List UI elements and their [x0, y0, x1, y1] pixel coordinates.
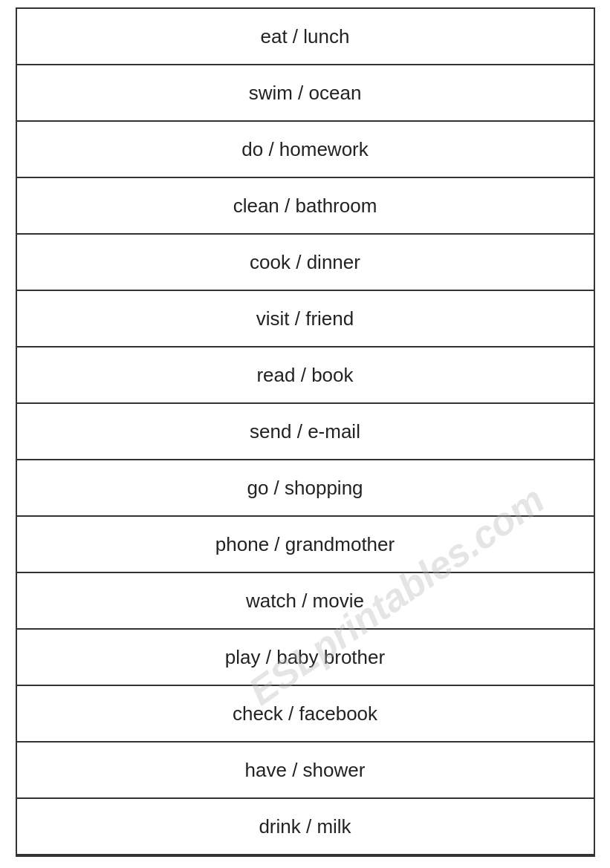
item-text: cook / dinner — [250, 251, 360, 274]
list-item: go / shopping — [17, 460, 594, 517]
item-text: drink / milk — [259, 815, 351, 838]
item-text: do / homework — [241, 138, 369, 161]
card-container: eat / lunchswim / oceando / homeworkclea… — [16, 7, 595, 857]
item-text: phone / grandmother — [215, 533, 395, 556]
list-item: eat / lunch — [17, 9, 594, 65]
list-item: phone / grandmother — [17, 517, 594, 573]
list-item: watch / movie — [17, 573, 594, 630]
item-text: swim / ocean — [249, 82, 362, 105]
item-text: clean / bathroom — [233, 195, 377, 218]
list-item: cook / dinner — [17, 235, 594, 291]
item-text: visit / friend — [256, 307, 354, 330]
list-item: send / e-mail — [17, 404, 594, 460]
item-text: watch / movie — [246, 590, 364, 613]
list-item: play / baby brother — [17, 630, 594, 686]
item-text: have / shower — [245, 759, 366, 782]
list-item: do / homework — [17, 122, 594, 178]
item-text: send / e-mail — [250, 420, 360, 443]
list-item: read / book — [17, 347, 594, 404]
item-text: go / shopping — [247, 477, 363, 500]
item-text: eat / lunch — [261, 25, 350, 48]
list-item: have / shower — [17, 743, 594, 799]
list-item: drink / milk — [17, 799, 594, 855]
item-text: play / baby brother — [225, 646, 385, 669]
item-text: check / facebook — [233, 702, 377, 725]
list-item: check / facebook — [17, 686, 594, 743]
item-text: read / book — [256, 364, 353, 387]
list-item: clean / bathroom — [17, 178, 594, 235]
list-item: swim / ocean — [17, 65, 594, 122]
list-item: visit / friend — [17, 291, 594, 347]
